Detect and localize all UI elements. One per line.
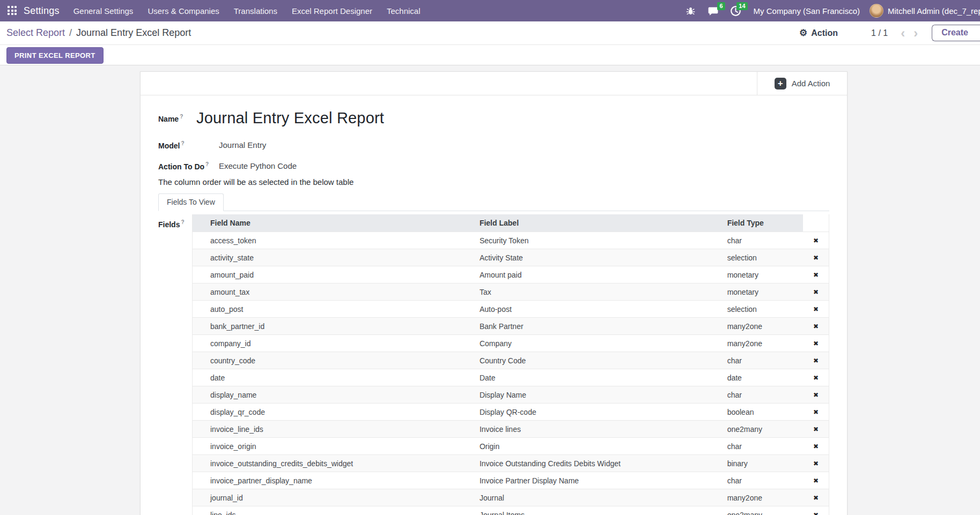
field-type-cell: many2one bbox=[724, 318, 803, 335]
table-row[interactable]: amount_taxTaxmonetary✖ bbox=[193, 283, 829, 301]
action-to-do-field-value[interactable]: Execute Python Code bbox=[219, 161, 297, 170]
help-icon: ? bbox=[180, 114, 183, 120]
field-type-cell: selection bbox=[724, 301, 803, 318]
table-row[interactable]: amount_paidAmount paidmonetary✖ bbox=[193, 266, 829, 283]
user-name: Mitchell Admin (dec_7_report bbox=[888, 6, 980, 16]
field-name-cell: line_ids bbox=[193, 506, 476, 515]
field-label-cell: Bank Partner bbox=[476, 318, 724, 335]
row-delete-icon[interactable]: ✖ bbox=[803, 369, 829, 386]
breadcrumb-separator: / bbox=[69, 27, 72, 39]
row-delete-icon[interactable]: ✖ bbox=[803, 232, 829, 249]
row-delete-icon[interactable]: ✖ bbox=[803, 421, 829, 438]
pager-previous-icon[interactable]: ‹ bbox=[896, 27, 909, 40]
help-icon: ? bbox=[181, 140, 184, 146]
column-header-field-label[interactable]: Field Label bbox=[476, 214, 724, 232]
field-type-cell: many2one bbox=[724, 489, 803, 506]
nav-menu-item-users-companies[interactable]: Users & Companies bbox=[148, 6, 219, 16]
form-statusbar: + Add Action bbox=[141, 72, 847, 95]
model-field-value[interactable]: Journal Entry bbox=[219, 140, 266, 150]
nav-menu-item-general-settings[interactable]: General Settings bbox=[73, 6, 134, 16]
row-delete-icon[interactable]: ✖ bbox=[803, 472, 829, 489]
field-label-cell: Invoice lines bbox=[476, 421, 724, 438]
table-row[interactable]: auto_postAuto-postselection✖ bbox=[193, 301, 829, 318]
row-delete-icon[interactable]: ✖ bbox=[803, 352, 829, 369]
column-header-actions bbox=[803, 214, 829, 232]
pager-next-icon[interactable]: › bbox=[909, 27, 922, 40]
row-delete-icon[interactable]: ✖ bbox=[803, 438, 829, 455]
table-row[interactable]: access_tokenSecurity Tokenchar✖ bbox=[193, 232, 829, 249]
table-row[interactable]: display_qr_codeDisplay QR-codeboolean✖ bbox=[193, 404, 829, 421]
model-field-label: Model? bbox=[158, 140, 219, 150]
column-header-field-name[interactable]: Field Name bbox=[193, 214, 476, 232]
row-delete-icon[interactable]: ✖ bbox=[803, 386, 829, 404]
field-name-cell: amount_paid bbox=[193, 266, 476, 283]
name-field-value[interactable]: Journal Entry Excel Report bbox=[196, 109, 384, 127]
column-order-note: The column order will be as selected in … bbox=[158, 177, 829, 186]
field-type-cell: one2many bbox=[724, 506, 803, 515]
top-navbar: Settings General Settings Users & Compan… bbox=[0, 0, 980, 21]
field-name-cell: display_name bbox=[193, 386, 476, 404]
row-delete-icon[interactable]: ✖ bbox=[803, 404, 829, 421]
message-count-badge: 6 bbox=[717, 2, 725, 10]
table-row[interactable]: country_codeCountry Codechar✖ bbox=[193, 352, 829, 369]
table-row[interactable]: display_nameDisplay Namechar✖ bbox=[193, 386, 829, 404]
field-type-cell: monetary bbox=[724, 266, 803, 283]
nav-menu-item-translations[interactable]: Translations bbox=[234, 6, 277, 16]
add-action-button[interactable]: + Add Action bbox=[775, 78, 830, 89]
user-menu[interactable]: Mitchell Admin (dec_7_report bbox=[870, 4, 980, 18]
row-delete-icon[interactable]: ✖ bbox=[803, 455, 829, 472]
field-name-cell: invoice_origin bbox=[193, 438, 476, 455]
table-row[interactable]: line_idsJournal Itemsone2many✖ bbox=[193, 506, 829, 515]
table-row[interactable]: invoice_originOriginchar✖ bbox=[193, 438, 829, 455]
field-name-cell: activity_state bbox=[193, 249, 476, 266]
row-delete-icon[interactable]: ✖ bbox=[803, 506, 829, 515]
field-type-cell: char bbox=[724, 232, 803, 249]
column-header-field-type[interactable]: Field Type bbox=[724, 214, 803, 232]
row-delete-icon[interactable]: ✖ bbox=[803, 318, 829, 335]
table-row[interactable]: dateDatedate✖ bbox=[193, 369, 829, 386]
field-name-cell: date bbox=[193, 369, 476, 386]
messages-icon[interactable]: 6 bbox=[708, 5, 719, 17]
company-switcher[interactable]: My Company (San Francisco) bbox=[754, 6, 860, 16]
field-label-cell: Activity State bbox=[476, 249, 724, 266]
control-panel: Select Report / Journal Entry Excel Repo… bbox=[0, 21, 980, 45]
nav-menu: General Settings Users & Companies Trans… bbox=[73, 6, 421, 16]
row-delete-icon[interactable]: ✖ bbox=[803, 266, 829, 283]
row-delete-icon[interactable]: ✖ bbox=[803, 489, 829, 506]
field-label-cell: Tax bbox=[476, 283, 724, 301]
systray: 6 14 bbox=[685, 5, 742, 17]
field-type-cell: char bbox=[724, 352, 803, 369]
row-delete-icon[interactable]: ✖ bbox=[803, 301, 829, 318]
field-type-cell: char bbox=[724, 472, 803, 489]
breadcrumb-parent-link[interactable]: Select Report bbox=[6, 27, 65, 39]
nav-menu-item-excel-report-designer[interactable]: Excel Report Designer bbox=[292, 6, 372, 16]
field-name-cell: invoice_outstanding_credits_debits_widge… bbox=[193, 455, 476, 472]
activity-clock-icon[interactable]: 14 bbox=[730, 5, 742, 17]
apps-grid-icon[interactable] bbox=[8, 6, 17, 16]
field-name-cell: display_qr_code bbox=[193, 404, 476, 421]
tab-fields-to-view[interactable]: Fields To View bbox=[158, 193, 224, 211]
table-row[interactable]: company_idCompanymany2one✖ bbox=[193, 335, 829, 352]
nav-menu-item-technical[interactable]: Technical bbox=[387, 6, 421, 16]
table-row[interactable]: bank_partner_idBank Partnermany2one✖ bbox=[193, 318, 829, 335]
field-name-cell: invoice_line_ids bbox=[193, 421, 476, 438]
debug-bug-icon[interactable] bbox=[685, 5, 697, 17]
user-avatar bbox=[870, 4, 883, 18]
row-delete-icon[interactable]: ✖ bbox=[803, 335, 829, 352]
fields-section: Fields? Field Name Field Label Field Typ… bbox=[158, 214, 829, 515]
field-label-cell: Auto-post bbox=[476, 301, 724, 318]
field-name-cell: amount_tax bbox=[193, 283, 476, 301]
create-button[interactable]: Create bbox=[932, 25, 980, 41]
table-row[interactable]: invoice_outstanding_credits_debits_widge… bbox=[193, 455, 829, 472]
field-label-cell: Origin bbox=[476, 438, 724, 455]
app-name[interactable]: Settings bbox=[24, 5, 60, 17]
field-name-cell: auto_post bbox=[193, 301, 476, 318]
row-delete-icon[interactable]: ✖ bbox=[803, 283, 829, 301]
table-row[interactable]: activity_stateActivity Stateselection✖ bbox=[193, 249, 829, 266]
table-row[interactable]: invoice_partner_display_nameInvoice Part… bbox=[193, 472, 829, 489]
row-delete-icon[interactable]: ✖ bbox=[803, 249, 829, 266]
print-excel-report-button[interactable]: PRINT EXCEL REPORT bbox=[6, 47, 104, 64]
table-row[interactable]: journal_idJournalmany2one✖ bbox=[193, 489, 829, 506]
action-menu-button[interactable]: ⚙ Action bbox=[799, 28, 838, 38]
table-row[interactable]: invoice_line_idsInvoice linesone2many✖ bbox=[193, 421, 829, 438]
